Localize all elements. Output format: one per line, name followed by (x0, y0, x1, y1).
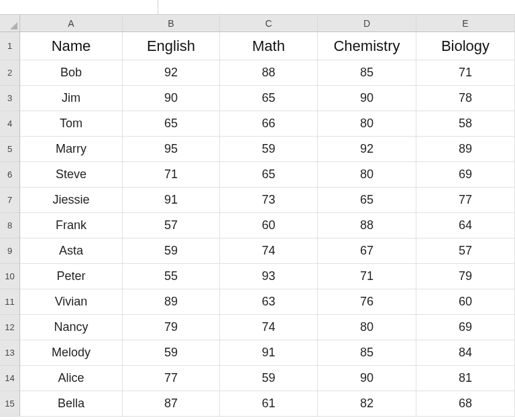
cells-area[interactable]: NameEnglishMathChemistryBiologyBob928885… (20, 32, 515, 417)
cell-d8[interactable]: 88 (318, 213, 416, 238)
cell-c4[interactable]: 66 (220, 111, 318, 137)
cell-b8[interactable]: 57 (123, 213, 220, 238)
cell-a14[interactable]: Alice (20, 366, 123, 391)
row-header-12[interactable]: 12 (0, 315, 20, 340)
row-header-5[interactable]: 5 (0, 137, 20, 162)
cell-c6[interactable]: 65 (220, 162, 318, 188)
cell-e10[interactable]: 79 (416, 264, 515, 289)
cell-e11[interactable]: 60 (416, 289, 515, 315)
cell-b6[interactable]: 71 (123, 162, 220, 188)
cell-b5[interactable]: 95 (123, 137, 220, 162)
row-header-8[interactable]: 8 (0, 213, 20, 238)
cell-b12[interactable]: 79 (123, 315, 220, 340)
cell-b10[interactable]: 55 (123, 264, 220, 289)
cell-a2[interactable]: Bob (20, 60, 123, 86)
cell-c11[interactable]: 63 (220, 289, 318, 315)
row-header-15[interactable]: 15 (0, 391, 20, 417)
cell-b4[interactable]: 65 (123, 111, 220, 137)
cell-e12[interactable]: 69 (416, 315, 515, 340)
cell-a6[interactable]: Steve (20, 162, 123, 188)
cell-e5[interactable]: 89 (416, 137, 515, 162)
cell-a4[interactable]: Tom (20, 111, 123, 137)
cell-c9[interactable]: 74 (220, 238, 318, 264)
table-row: Tom65668058 (20, 111, 515, 137)
row-header-9[interactable]: 9 (0, 238, 20, 264)
cell-d6[interactable]: 80 (318, 162, 416, 188)
cell-c14[interactable]: 59 (220, 366, 318, 391)
cell-b9[interactable]: 59 (123, 238, 220, 264)
cell-d3[interactable]: 90 (318, 86, 416, 111)
cell-d15[interactable]: 82 (318, 391, 416, 417)
row-header-7[interactable]: 7 (0, 188, 20, 213)
row-header-3[interactable]: 3 (0, 86, 20, 111)
cell-d7[interactable]: 65 (318, 188, 416, 213)
header-cell-math[interactable]: Math (220, 32, 318, 60)
cell-c7[interactable]: 73 (220, 188, 318, 213)
row-header-4[interactable]: 4 (0, 111, 20, 137)
header-cell-chemistry[interactable]: Chemistry (318, 32, 416, 60)
cell-d13[interactable]: 85 (318, 340, 416, 366)
header-cell-biology[interactable]: Biology (416, 32, 515, 60)
cell-d11[interactable]: 76 (318, 289, 416, 315)
cell-c5[interactable]: 59 (220, 137, 318, 162)
column-header-e[interactable]: E (416, 15, 515, 32)
cell-a10[interactable]: Peter (20, 264, 123, 289)
cell-b15[interactable]: 87 (123, 391, 220, 417)
cell-d2[interactable]: 85 (318, 60, 416, 86)
cell-a5[interactable]: Marry (20, 137, 123, 162)
cell-e2[interactable]: 71 (416, 60, 515, 86)
cell-a9[interactable]: Asta (20, 238, 123, 264)
cell-b3[interactable]: 90 (123, 86, 220, 111)
row-header-14[interactable]: 14 (0, 366, 20, 391)
cell-c2[interactable]: 88 (220, 60, 318, 86)
spreadsheet-grid[interactable]: 123456789101112131415 ABCDE NameEnglishM… (0, 15, 515, 417)
cell-d9[interactable]: 67 (318, 238, 416, 264)
cell-e7[interactable]: 77 (416, 188, 515, 213)
cell-a15[interactable]: Bella (20, 391, 123, 417)
row-header-1[interactable]: 1 (0, 32, 20, 60)
cell-e14[interactable]: 81 (416, 366, 515, 391)
cell-c12[interactable]: 74 (220, 315, 318, 340)
cell-e15[interactable]: 68 (416, 391, 515, 417)
cell-b14[interactable]: 77 (123, 366, 220, 391)
cell-c8[interactable]: 60 (220, 213, 318, 238)
row-header-11[interactable]: 11 (0, 289, 20, 315)
cell-e8[interactable]: 64 (416, 213, 515, 238)
row-header-13[interactable]: 13 (0, 340, 20, 366)
cell-e6[interactable]: 69 (416, 162, 515, 188)
cell-c15[interactable]: 61 (220, 391, 318, 417)
cell-e3[interactable]: 78 (416, 86, 515, 111)
select-all-corner[interactable] (0, 15, 20, 32)
cell-a8[interactable]: Frank (20, 213, 123, 238)
column-header-d[interactable]: D (318, 15, 416, 32)
row-header-10[interactable]: 10 (0, 264, 20, 289)
cell-b11[interactable]: 89 (123, 289, 220, 315)
cell-c13[interactable]: 91 (220, 340, 318, 366)
header-cell-name[interactable]: Name (20, 32, 123, 60)
cell-a11[interactable]: Vivian (20, 289, 123, 315)
row-header-6[interactable]: 6 (0, 162, 20, 188)
row-header-2[interactable]: 2 (0, 60, 20, 86)
cell-e4[interactable]: 58 (416, 111, 515, 137)
cell-d12[interactable]: 80 (318, 315, 416, 340)
column-header-b[interactable]: B (123, 15, 220, 32)
cell-a13[interactable]: Melody (20, 340, 123, 366)
cell-c3[interactable]: 65 (220, 86, 318, 111)
cell-e9[interactable]: 57 (416, 238, 515, 264)
cell-d4[interactable]: 80 (318, 111, 416, 137)
column-header-a[interactable]: A (20, 15, 123, 32)
cell-e13[interactable]: 84 (416, 340, 515, 366)
cell-b13[interactable]: 59 (123, 340, 220, 366)
name-box[interactable] (0, 0, 158, 14)
cell-b7[interactable]: 91 (123, 188, 220, 213)
column-header-c[interactable]: C (220, 15, 318, 32)
cell-a12[interactable]: Nancy (20, 315, 123, 340)
cell-a3[interactable]: Jim (20, 86, 123, 111)
cell-d14[interactable]: 90 (318, 366, 416, 391)
cell-d5[interactable]: 92 (318, 137, 416, 162)
header-cell-english[interactable]: English (123, 32, 220, 60)
cell-a7[interactable]: Jiessie (20, 188, 123, 213)
cell-b2[interactable]: 92 (123, 60, 220, 86)
cell-d10[interactable]: 71 (318, 264, 416, 289)
cell-c10[interactable]: 93 (220, 264, 318, 289)
